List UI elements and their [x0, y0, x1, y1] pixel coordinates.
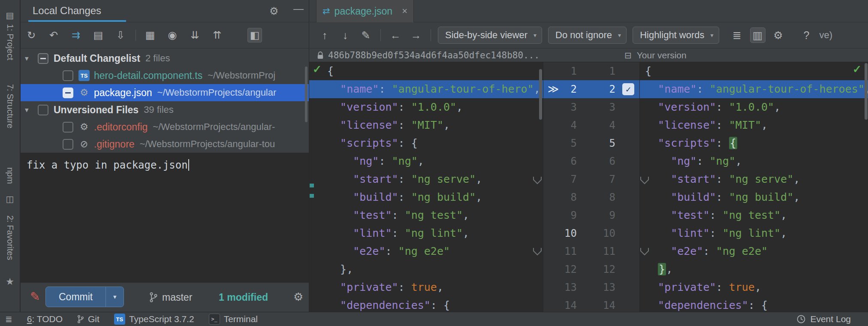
edit-pencil-icon[interactable]: ✎ — [30, 290, 40, 304]
scrollbar[interactable] — [539, 69, 542, 120]
collapse-all-icon[interactable]: ⇈ — [210, 28, 224, 42]
terminal-icon: >_ — [209, 314, 220, 325]
right-code: { "name": "angular-tour-of-heroes", "ver… — [640, 62, 868, 312]
left-revision-title: 486b788b9ed0f534a4d6f4aa50dfec148b80... — [328, 50, 539, 60]
viewer-mode-dropdown[interactable]: Side-by-side viewer▾ — [438, 27, 542, 44]
row-checkbox[interactable] — [38, 53, 48, 64]
diff-gutter: 1122≫✓3344556677889910101111121213131414 — [543, 62, 640, 312]
tool-window-icon[interactable]: ◫ — [6, 194, 14, 204]
gear-icon[interactable]: ⚙ — [269, 5, 279, 17]
line-number-left: 8 — [543, 188, 577, 206]
line-number-right: 1 — [583, 62, 615, 80]
toolbar-divider — [136, 30, 136, 41]
row-checkbox[interactable] — [63, 139, 73, 150]
file-path: ~/WebstormProj — [208, 70, 275, 81]
line-number-left: 12 — [543, 260, 577, 278]
settings-gear-icon[interactable]: ⚙ — [771, 27, 786, 43]
inspection-ok-icon: ✓ — [313, 63, 322, 75]
stripe-item-structure[interactable]: 7: Structure — [5, 84, 15, 128]
tree-row-editorconfig[interactable]: ⚙.editorconfig~/WebstormProjects/angular… — [21, 118, 309, 136]
help-icon[interactable]: ? — [799, 27, 814, 43]
item-label: .gitignore — [94, 139, 135, 150]
two-columns-icon[interactable]: ▥ — [750, 27, 766, 43]
git-branch-icon — [77, 314, 84, 324]
commit-options-dropdown[interactable]: ▾ — [105, 287, 124, 307]
close-tab-icon[interactable]: × — [402, 6, 407, 17]
tree-row-gitignore[interactable]: ⊘.gitignore~/WebstormProjects/angular-to… — [21, 136, 309, 153]
row-checkbox[interactable] — [38, 105, 48, 115]
move-to-changelist-icon[interactable]: ⇉ — [69, 28, 83, 42]
row-checkbox[interactable] — [63, 70, 73, 81]
modified-count-badge[interactable]: 1 modified — [219, 283, 268, 312]
group-by-icon[interactable]: ▦ — [143, 28, 157, 42]
tab-label[interactable]: package.json — [335, 6, 393, 17]
shelve-icon[interactable]: ⇩ — [113, 28, 128, 42]
file-count: 2 files — [145, 53, 170, 64]
tab-package-json[interactable]: ⇄ package.json × — [316, 0, 414, 22]
preview-diff-icon[interactable]: ◉ — [165, 28, 180, 42]
code-line: "name": "angular-tour-of-heroes", — [640, 80, 868, 98]
commit-button-label[interactable]: Commit — [46, 287, 105, 307]
stripe-item-project[interactable]: 1: Project — [5, 24, 15, 60]
include-change-checkbox[interactable]: ✓ — [622, 83, 634, 95]
expand-arrow-icon[interactable]: ▾ — [25, 106, 38, 115]
project-folder-icon[interactable]: ▤ — [6, 10, 14, 21]
tree-row-hero-detail-component-ts[interactable]: TShero-detail.component.ts~/WebstormProj — [21, 67, 309, 84]
hide-panel-icon[interactable]: — — [293, 3, 304, 15]
commit-message-input[interactable]: fix a typo in package.json — [21, 153, 309, 282]
highlight-mode-dropdown[interactable]: Highlight words▾ — [633, 27, 719, 44]
toggle-details-icon[interactable]: ◧ — [247, 28, 262, 42]
line-number-right: 7 — [583, 170, 615, 188]
gear-icon[interactable]: ⚙ — [293, 290, 303, 304]
diff-right-pane[interactable]: { "name": "angular-tour-of-heroes", "ver… — [640, 62, 868, 312]
collapse-icon[interactable]: ⊟ — [624, 50, 632, 60]
rollback-icon[interactable]: ↶ — [46, 28, 61, 42]
branch-name[interactable]: master — [162, 292, 192, 303]
diff-fold-marker-icon — [640, 176, 649, 185]
expand-arrow-icon[interactable]: ▾ — [25, 54, 38, 63]
row-checkbox[interactable] — [63, 122, 73, 133]
tab-local-changes[interactable]: Local Changes — [33, 5, 101, 17]
back-icon[interactable]: ← — [388, 27, 403, 43]
diff-left-pane[interactable]: { "name": "angular-tour-of-hero", "versi… — [309, 62, 543, 312]
stripe-item-favorites[interactable]: 2: Favorites — [5, 215, 15, 260]
commit-bar: ✎ Commit ▾ master 1 modified ⚙ — [21, 282, 309, 312]
code-line: "ng": "ng", — [309, 152, 543, 170]
line-number-left: 10 — [543, 224, 577, 242]
tree-row-package-json[interactable]: ⚙package.json~/WebstormProjects/angular — [21, 84, 309, 101]
tree-scrollbar[interactable] — [305, 66, 307, 122]
tool-window-switcher-icon[interactable]: ≣ — [5, 314, 12, 324]
jump-to-source-icon[interactable]: ✎ — [358, 27, 374, 43]
forward-icon[interactable]: → — [408, 27, 424, 43]
tree-row-unversioned-files[interactable]: ▾Unversioned Files39 files — [21, 101, 309, 118]
statusbar-typescript[interactable]: TS TypeScript 3.7.2 — [114, 314, 194, 325]
whitespace-dropdown[interactable]: Do not ignore▾ — [548, 27, 627, 44]
code-line: "test": "ng test", — [640, 206, 868, 224]
branch-widget[interactable]: master — [149, 283, 192, 312]
line-number-right: 13 — [583, 278, 615, 296]
commit-button[interactable]: Commit ▾ — [45, 287, 124, 307]
code-line: "e2e": "ng e2e" — [309, 242, 543, 260]
file-path: ~/WebstormProjects/angular — [157, 87, 277, 98]
tree-row-default-changelist[interactable]: ▾Default Changelist2 files — [21, 50, 309, 67]
code-line: "private": true, — [309, 278, 543, 296]
statusbar-terminal[interactable]: >_ Terminal — [209, 314, 258, 325]
stripe-item-npm[interactable]: npm — [5, 167, 15, 184]
show-diff-icon[interactable]: ▤ — [91, 28, 105, 42]
changes-tree[interactable]: ▾Default Changelist2 filesTShero-detail.… — [21, 48, 309, 153]
chevron-down-icon: ▾ — [618, 32, 621, 39]
statusbar-event-log[interactable]: Event Log — [796, 314, 851, 324]
statusbar-git[interactable]: Git — [77, 314, 99, 324]
typescript-icon: TS — [114, 314, 125, 325]
expand-all-icon[interactable]: ⇊ — [187, 28, 202, 42]
row-checkbox[interactable] — [63, 88, 73, 98]
collapse-unchanged-icon[interactable]: ≣ — [729, 27, 745, 43]
refresh-icon[interactable]: ↻ — [24, 28, 39, 42]
scrollbar[interactable] — [865, 63, 868, 120]
left-code: { "name": "angular-tour-of-hero", "versi… — [309, 62, 543, 312]
next-change-icon[interactable]: ↓ — [338, 27, 353, 43]
favorites-star-icon[interactable]: ★ — [6, 276, 14, 287]
previous-change-icon[interactable]: ↑ — [317, 27, 332, 43]
code-line: "scripts": { — [640, 134, 868, 152]
statusbar-todo[interactable]: 6: TODO — [27, 314, 63, 324]
